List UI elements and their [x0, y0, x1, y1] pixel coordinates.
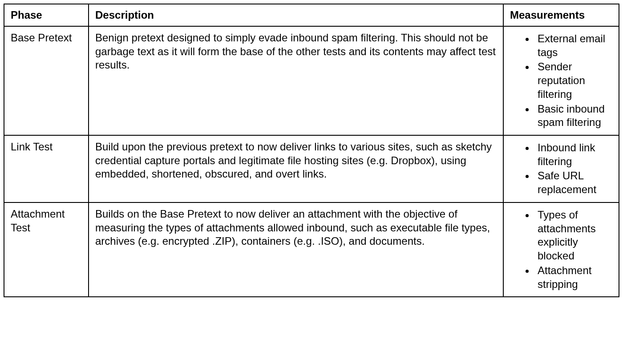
header-phase: Phase [4, 4, 89, 26]
phase-cell: Link Test [4, 135, 89, 202]
description-cell: Builds on the Base Pretext to now delive… [89, 202, 503, 297]
table-row: Attachment TestBuilds on the Base Pretex… [4, 202, 619, 297]
header-measurements: Measurements [503, 4, 619, 26]
description-cell: Build upon the previous pretext to now d… [89, 135, 503, 202]
measurements-list: Inbound link filteringSafe URL replaceme… [510, 141, 612, 197]
measurements-list: Types of attachments explicitly blockedA… [510, 208, 612, 291]
table-header-row: Phase Description Measurements [4, 4, 619, 26]
table-row: Link TestBuild upon the previous pretext… [4, 135, 619, 202]
list-item: Sender reputation filtering [535, 60, 612, 101]
list-item: Safe URL replacement [535, 169, 612, 196]
table-row: Base PretextBenign pretext designed to s… [4, 26, 619, 135]
phase-cell: Attachment Test [4, 202, 89, 297]
measurements-cell: Types of attachments explicitly blockedA… [503, 202, 619, 297]
phase-cell: Base Pretext [4, 26, 89, 135]
measurements-cell: External email tagsSender reputation fil… [503, 26, 619, 135]
phase-table: Phase Description Measurements Base Pret… [4, 4, 619, 297]
list-item: Inbound link filtering [535, 141, 612, 168]
description-cell: Benign pretext designed to simply evade … [89, 26, 503, 135]
measurements-list: External email tagsSender reputation fil… [510, 32, 612, 129]
header-description: Description [89, 4, 503, 26]
list-item: Attachment stripping [535, 264, 612, 291]
table-body: Base PretextBenign pretext designed to s… [4, 26, 619, 297]
list-item: Types of attachments explicitly blocked [535, 208, 612, 263]
list-item: External email tags [535, 32, 612, 59]
list-item: Basic inbound spam filtering [535, 102, 612, 129]
measurements-cell: Inbound link filteringSafe URL replaceme… [503, 135, 619, 202]
